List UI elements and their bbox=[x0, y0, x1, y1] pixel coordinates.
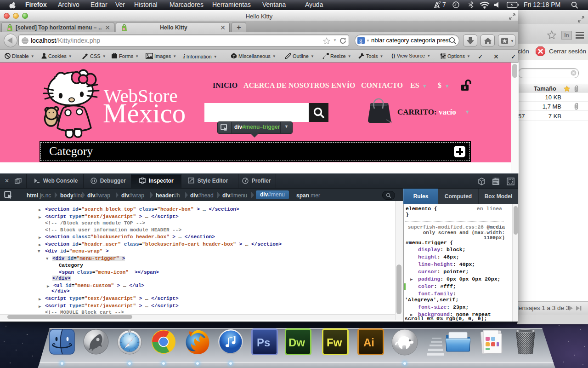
svg-text:Ai: Ai bbox=[363, 336, 374, 349]
svg-text:Fw: Fw bbox=[327, 336, 342, 349]
svg-text:Dw: Dw bbox=[288, 336, 305, 349]
svg-text:Ps: Ps bbox=[257, 336, 270, 349]
